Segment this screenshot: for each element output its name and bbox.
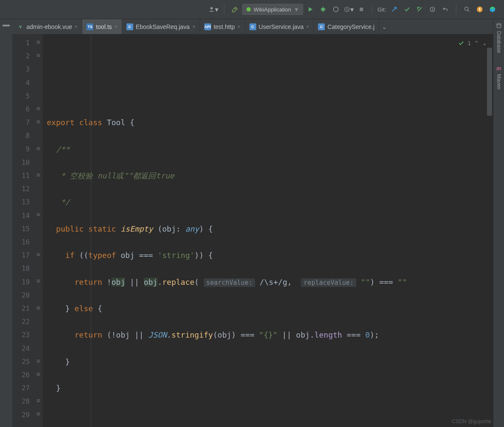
tab-label: UserService.java <box>259 23 304 30</box>
maven-toolwindow-button[interactable]: m Maven <box>496 66 502 89</box>
git-update-icon[interactable] <box>389 4 400 15</box>
tab-userservice-java[interactable]: C UserService.java × <box>245 19 314 34</box>
git-label: Git: <box>378 6 386 13</box>
run-config-selector[interactable]: WikiApplication ▼ <box>242 4 303 15</box>
tab-ebooksavereq-java[interactable]: C EbookSaveReq.java × <box>122 19 200 34</box>
tab-test-http[interactable]: API test.http × <box>200 19 245 34</box>
svg-rect-4 <box>360 8 363 11</box>
vue-file-icon: V <box>17 23 24 30</box>
chevron-down-icon[interactable]: ⌄ <box>482 37 487 50</box>
close-icon[interactable]: × <box>115 24 117 30</box>
close-icon[interactable]: × <box>192 24 195 30</box>
editor-tabs: V admin-ebook.vue × TS tool.ts × C Ebook… <box>0 19 504 34</box>
tab-label: EbookSaveReq.java <box>136 23 190 30</box>
user-dropdown-icon[interactable]: ▾ <box>208 4 219 15</box>
svg-point-1 <box>246 7 251 11</box>
debug-icon[interactable] <box>318 4 329 15</box>
coverage-icon[interactable] <box>330 4 341 15</box>
tab-tool-ts[interactable]: TS tool.ts × <box>82 19 122 34</box>
indent-guide <box>91 35 91 427</box>
ts-file-icon: TS <box>86 23 93 30</box>
inspection-widget[interactable]: 1 ⌃ ⌄ <box>458 37 487 50</box>
chevron-up-icon[interactable]: ⌃ <box>474 37 479 50</box>
right-toolwindow-strip: Database m Maven <box>493 19 504 427</box>
tab-label: test.http <box>214 23 235 30</box>
line-number-gutter: 1234567891011121314151617181920212223242… <box>13 34 34 427</box>
tabs-overflow-button[interactable]: ⌄ <box>379 19 390 34</box>
inlay-hint: replaceValue: <box>301 278 356 287</box>
code-editor[interactable]: 1234567891011121314151617181920212223242… <box>0 34 493 427</box>
svg-point-6 <box>465 7 468 11</box>
watermark-text: CSDN @gujunhe <box>452 418 491 424</box>
database-label: Database <box>496 31 502 53</box>
tab-admin-ebook-vue[interactable]: V admin-ebook.vue × <box>13 19 82 34</box>
jetbrains-toolbox-icon[interactable] <box>487 4 498 15</box>
close-icon[interactable]: × <box>74 24 77 30</box>
search-everywhere-icon[interactable] <box>461 4 472 15</box>
git-rollback-icon[interactable] <box>440 4 451 15</box>
http-file-icon: API <box>204 23 211 30</box>
hide-toolwindow-button[interactable] <box>3 25 10 26</box>
tab-categoryservice-java[interactable]: C CategoryService.j <box>314 19 379 34</box>
profiler-icon[interactable]: ▾ <box>343 4 354 15</box>
inlay-hint: searchValue: <box>204 278 255 287</box>
build-hammer-icon[interactable] <box>229 4 241 15</box>
git-push-icon[interactable] <box>414 4 425 15</box>
stop-icon[interactable] <box>356 4 367 15</box>
tab-label: CategoryService.j <box>327 23 375 30</box>
git-commit-icon[interactable] <box>401 4 412 15</box>
git-history-icon[interactable] <box>427 4 438 15</box>
close-icon[interactable]: × <box>238 24 241 30</box>
main-toolbar: ▾ WikiApplication ▼ ▾ Git: <box>0 0 504 19</box>
code-area[interactable]: 1 ⌃ ⌄ export class Tool { /** * 空校验 null… <box>43 34 493 427</box>
java-class-icon: C <box>249 23 256 30</box>
database-toolwindow-button[interactable]: Database <box>496 23 502 53</box>
svg-point-0 <box>210 7 212 9</box>
close-icon[interactable]: × <box>306 24 309 30</box>
run-config-name: WikiApplication <box>254 6 291 13</box>
maven-label: Maven <box>496 74 502 89</box>
left-gutter-strip <box>0 34 13 427</box>
fold-column[interactable]: ⊟⊟⊟⊟⊟⊟⊟⊟⊟⊟⊟⊟⊟⊟ <box>34 34 43 427</box>
java-class-icon: C <box>318 23 325 30</box>
ide-update-icon[interactable] <box>474 4 485 15</box>
run-icon[interactable] <box>305 4 316 15</box>
tab-label: admin-ebook.vue <box>26 23 72 30</box>
tab-label: tool.ts <box>96 23 112 30</box>
java-class-icon: C <box>126 23 133 30</box>
svg-point-2 <box>321 8 325 11</box>
vertical-scrollbar[interactable] <box>487 48 492 116</box>
svg-point-8 <box>497 23 501 25</box>
problem-count: 1 <box>468 37 471 50</box>
